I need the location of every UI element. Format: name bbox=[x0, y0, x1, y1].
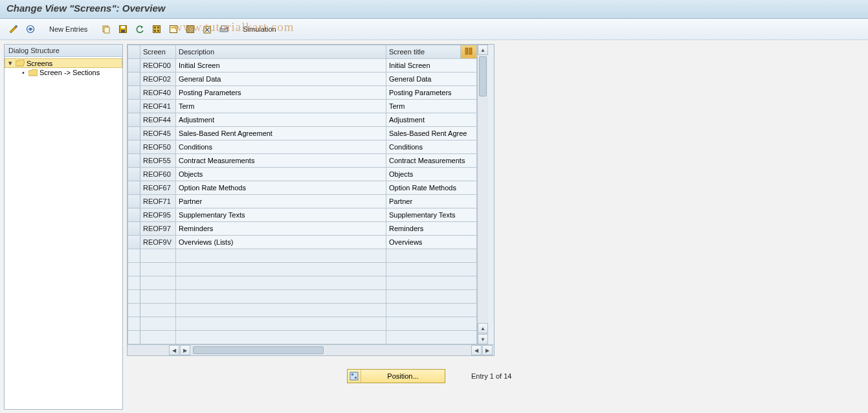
cell-screen[interactable] bbox=[140, 276, 176, 290]
cell-title[interactable]: Initial Screen bbox=[386, 59, 477, 73]
table-row[interactable]: REOF60ObjectsObjects bbox=[128, 168, 477, 181]
cell-screen[interactable]: REOF00 bbox=[140, 59, 176, 73]
cell-description[interactable] bbox=[176, 249, 386, 263]
cell-screen[interactable]: REOF44 bbox=[140, 113, 176, 127]
row-selector[interactable] bbox=[128, 195, 140, 208]
cell-description[interactable]: Supplementary Texts bbox=[176, 208, 386, 222]
cell-screen[interactable]: REOF55 bbox=[140, 154, 176, 168]
cell-description[interactable]: Initial Screen bbox=[176, 59, 386, 73]
cell-description[interactable]: General Data bbox=[176, 73, 386, 86]
cell-description[interactable] bbox=[176, 276, 386, 290]
cell-screen[interactable] bbox=[140, 249, 176, 263]
row-selector[interactable] bbox=[128, 154, 140, 168]
row-selector[interactable] bbox=[128, 290, 140, 304]
new-entries-button[interactable]: New Entries bbox=[45, 23, 91, 36]
row-selector[interactable] bbox=[128, 100, 140, 113]
cell-description[interactable]: Contract Measurements bbox=[176, 154, 386, 168]
cell-description[interactable]: Partner bbox=[176, 195, 386, 208]
tree-node-screens[interactable]: ▾ Screens bbox=[5, 58, 122, 68]
cell-screen[interactable] bbox=[140, 263, 176, 276]
cell-title[interactable]: Term bbox=[386, 100, 477, 113]
cell-screen[interactable]: REOF40 bbox=[140, 86, 176, 100]
row-selector[interactable] bbox=[128, 73, 140, 86]
table-row[interactable]: REOF41TermTerm bbox=[128, 100, 477, 113]
table-row[interactable]: REOF45Sales-Based Rent AgreementSales-Ba… bbox=[128, 127, 477, 140]
cell-title[interactable] bbox=[386, 263, 477, 276]
cell-title[interactable] bbox=[386, 304, 477, 317]
row-selector[interactable] bbox=[128, 140, 140, 154]
table-row[interactable] bbox=[128, 331, 477, 344]
cell-title[interactable]: General Data bbox=[386, 73, 477, 86]
table-row[interactable] bbox=[128, 290, 477, 304]
table-row[interactable]: REOF40Posting ParametersPosting Paramete… bbox=[128, 86, 477, 100]
cell-title[interactable]: Reminders bbox=[386, 222, 477, 236]
cell-title[interactable]: Supplementary Texts bbox=[386, 208, 477, 222]
cell-title[interactable]: Partner bbox=[386, 195, 477, 208]
row-selector[interactable] bbox=[128, 317, 140, 331]
cell-screen[interactable]: REOF41 bbox=[140, 100, 176, 113]
table-corner[interactable] bbox=[128, 45, 140, 59]
table-row[interactable]: REOF55Contract MeasurementsContract Meas… bbox=[128, 154, 477, 168]
scroll-up-step-icon[interactable]: ▲ bbox=[478, 323, 488, 333]
horizontal-scrollbar[interactable]: ◀ ▶ ◀ ▶ bbox=[128, 344, 494, 355]
cell-title[interactable] bbox=[386, 290, 477, 304]
cell-description[interactable]: Adjustment bbox=[176, 113, 386, 127]
cell-description[interactable] bbox=[176, 304, 386, 317]
cell-screen[interactable]: REOF97 bbox=[140, 222, 176, 236]
table-row[interactable]: REOF9VOverviews (Lists)Overviews bbox=[128, 236, 477, 249]
copy-as-icon[interactable] bbox=[99, 23, 113, 36]
scroll-left-step-icon[interactable]: ◀ bbox=[471, 345, 482, 355]
table-row[interactable]: REOF02General DataGeneral Data bbox=[128, 73, 477, 86]
scroll-down-icon[interactable]: ▼ bbox=[478, 334, 488, 344]
cell-title[interactable] bbox=[386, 331, 477, 344]
table-row[interactable] bbox=[128, 317, 477, 331]
row-selector[interactable] bbox=[128, 59, 140, 73]
cell-title[interactable]: Adjustment bbox=[386, 113, 477, 127]
scroll-up-icon[interactable]: ▲ bbox=[478, 45, 488, 55]
cell-description[interactable]: Sales-Based Rent Agreement bbox=[176, 127, 386, 140]
cell-screen[interactable]: REOF71 bbox=[140, 195, 176, 208]
cell-description[interactable] bbox=[176, 331, 386, 344]
table-row[interactable]: REOF67Option Rate MethodsOption Rate Met… bbox=[128, 181, 477, 195]
table-row[interactable]: REOF00Initial ScreenInitial Screen bbox=[128, 59, 477, 73]
position-button[interactable]: Position... bbox=[347, 369, 445, 383]
cell-description[interactable]: Conditions bbox=[176, 140, 386, 154]
column-header-title[interactable]: Screen title bbox=[386, 45, 461, 59]
row-selector[interactable] bbox=[128, 168, 140, 181]
cell-title[interactable] bbox=[386, 276, 477, 290]
column-header-description[interactable]: Description bbox=[176, 45, 386, 59]
cell-description[interactable]: Overviews (Lists) bbox=[176, 236, 386, 249]
cell-title[interactable]: Contract Measurements bbox=[386, 154, 477, 168]
cell-title[interactable] bbox=[386, 317, 477, 331]
simulation-button[interactable]: Simulation bbox=[239, 23, 280, 36]
cell-description[interactable] bbox=[176, 290, 386, 304]
row-selector[interactable] bbox=[128, 304, 140, 317]
cell-description[interactable]: Posting Parameters bbox=[176, 86, 386, 100]
cell-description[interactable] bbox=[176, 317, 386, 331]
select-block-icon[interactable] bbox=[166, 23, 181, 36]
scroll-thumb[interactable] bbox=[479, 56, 487, 96]
cell-screen[interactable]: REOF60 bbox=[140, 168, 176, 181]
cell-title[interactable]: Overviews bbox=[386, 236, 477, 249]
cell-screen[interactable] bbox=[140, 304, 176, 317]
column-header-screen[interactable]: Screen bbox=[140, 45, 176, 59]
cell-screen[interactable]: REOF02 bbox=[140, 73, 176, 86]
table-row[interactable] bbox=[128, 304, 477, 317]
scroll-thumb-h[interactable] bbox=[193, 346, 324, 354]
row-selector[interactable] bbox=[128, 208, 140, 222]
cell-title[interactable]: Objects bbox=[386, 168, 477, 181]
table-configure-icon[interactable] bbox=[461, 45, 477, 59]
row-selector[interactable] bbox=[128, 236, 140, 249]
row-selector[interactable] bbox=[128, 276, 140, 290]
cell-title[interactable]: Posting Parameters bbox=[386, 86, 477, 100]
cell-title[interactable] bbox=[386, 249, 477, 263]
cell-description[interactable]: Option Rate Methods bbox=[176, 181, 386, 195]
table-row[interactable] bbox=[128, 263, 477, 276]
table-row[interactable]: REOF44AdjustmentAdjustment bbox=[128, 113, 477, 127]
scroll-right-icon[interactable]: ▶ bbox=[482, 345, 493, 355]
scroll-left-icon[interactable]: ◀ bbox=[169, 345, 179, 355]
row-selector[interactable] bbox=[128, 181, 140, 195]
cell-title[interactable]: Conditions bbox=[386, 140, 477, 154]
cell-description[interactable] bbox=[176, 263, 386, 276]
undo-change-icon[interactable] bbox=[133, 23, 147, 36]
